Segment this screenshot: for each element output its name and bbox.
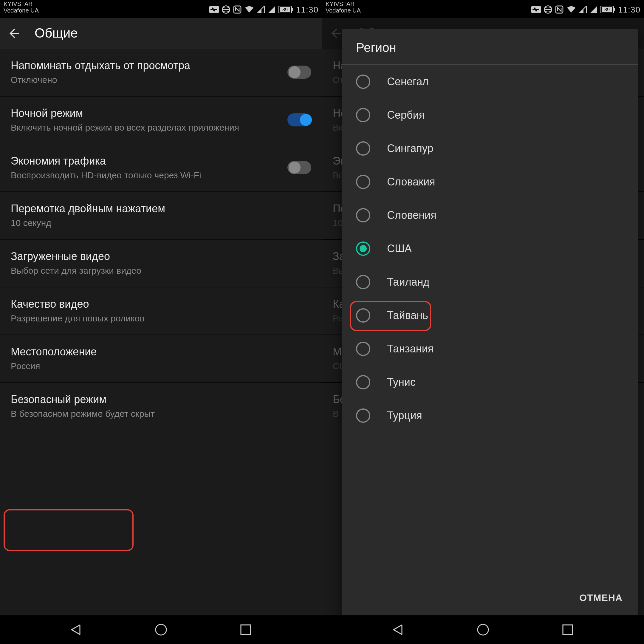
toggle-switch[interactable] (287, 66, 311, 79)
setting-location[interactable]: МестоположениеРоссия (0, 335, 322, 382)
region-option-taiwan[interactable]: Тайвань (342, 299, 638, 332)
clock: 11:30 (296, 5, 318, 14)
option-label: Тунис (387, 376, 416, 388)
setting-subtitle: В безопасном режиме будет скрыт (11, 408, 311, 420)
option-label: Турция (387, 409, 422, 422)
region-option-slovenia[interactable]: Словения (342, 199, 638, 232)
toggle-switch[interactable] (287, 113, 311, 126)
region-option-senegal[interactable]: Сенегал (342, 65, 638, 98)
carrier-labels: KYIVSTAR Vodafone UA (326, 1, 361, 14)
option-label: Сербия (387, 109, 425, 121)
dialog-actions: ОТМЕНА (342, 582, 638, 615)
setting-title: Качество видео (11, 297, 311, 311)
battery-text: 89 (283, 7, 288, 12)
region-options[interactable]: Сенегал Сербия Сингапур Словакия Словени… (342, 65, 638, 582)
region-option-tanzania[interactable]: Танзания (342, 332, 638, 366)
signal-2-icon (590, 6, 598, 13)
region-option-singapore[interactable]: Сингапур (342, 132, 638, 165)
battery-icon: 89 (601, 6, 615, 13)
nav-home-button[interactable] (475, 621, 491, 638)
nav-home-button[interactable] (153, 621, 169, 638)
signal-2-icon (268, 6, 276, 13)
wifi-icon (567, 6, 576, 13)
radio-icon (356, 408, 370, 423)
svg-point-6 (156, 624, 166, 635)
region-option-tunisia[interactable]: Тунис (342, 366, 638, 399)
option-label: Танзания (387, 343, 434, 355)
setting-downloaded-video[interactable]: Загруженные видеоВыбор сети для загрузки… (0, 239, 322, 287)
globe-icon (222, 5, 230, 14)
region-dialog: Регион Сенегал Сербия Сингапур Словакия … (342, 29, 638, 615)
nav-recent-button[interactable] (559, 621, 576, 638)
radio-icon (356, 141, 370, 156)
radio-icon (356, 108, 370, 122)
radio-icon (356, 241, 370, 256)
setting-doubletap-seek[interactable]: Перемотка двойным нажатием10 секунд (0, 191, 322, 239)
carrier-1: KYIVSTAR (4, 1, 39, 7)
clock: 11:30 (618, 5, 640, 14)
option-label: Таиланд (387, 276, 429, 288)
toggle-switch[interactable] (287, 161, 311, 174)
heartbeat-icon (210, 6, 219, 13)
setting-title: Безопасный режим (11, 392, 311, 407)
nav-back-button[interactable] (390, 621, 407, 638)
heartbeat-icon (532, 6, 541, 13)
region-option-usa[interactable]: США (342, 232, 638, 265)
svg-point-15 (478, 624, 488, 635)
setting-subtitle: Отключено (11, 74, 279, 86)
setting-subtitle: 10 секунд (11, 217, 311, 229)
nfc-icon (233, 5, 242, 14)
battery-icon: 89 (279, 6, 293, 13)
dialog-title: Регион (342, 29, 638, 64)
radio-icon (356, 308, 370, 323)
region-option-serbia[interactable]: Сербия (342, 98, 638, 132)
setting-night-mode[interactable]: Ночной режимВключить ночной режим во все… (0, 96, 322, 144)
setting-subtitle: Выбор сети для загрузки видео (11, 265, 311, 277)
setting-data-saver[interactable]: Экономия трафикаВоспроизводить HD-видео … (0, 144, 322, 191)
option-label: Словакия (387, 176, 435, 188)
carrier-1: KYIVSTAR (326, 1, 361, 7)
back-arrow-icon[interactable] (7, 26, 21, 41)
setting-title: Ночной режим (11, 106, 279, 120)
setting-safe-mode[interactable]: Безопасный режимВ безопасном режиме буде… (0, 382, 322, 430)
option-label: Тайвань (387, 309, 428, 322)
cancel-button[interactable]: ОТМЕНА (572, 588, 630, 608)
signal-1-icon (579, 6, 587, 13)
radio-icon (356, 75, 370, 89)
status-indicators: 89 11:30 (210, 1, 318, 18)
nfc-icon (555, 5, 564, 14)
globe-icon (544, 5, 552, 14)
phone-left: KYIVSTAR Vodafone UA 89 11:30 Общие (0, 0, 322, 644)
carrier-labels: KYIVSTAR Vodafone UA (4, 1, 39, 14)
setting-subtitle: Включить ночной режим во всех разделах п… (11, 122, 279, 134)
nav-back-button[interactable] (68, 621, 85, 638)
radio-icon (356, 208, 370, 222)
option-label: Сингапур (387, 142, 433, 155)
setting-subtitle: Разрешение для новых роликов (11, 312, 311, 324)
nav-recent-button[interactable] (237, 621, 254, 638)
carrier-2: Vodafone UA (4, 7, 39, 14)
signal-1-icon (257, 6, 265, 13)
radio-icon (356, 275, 370, 289)
setting-title: Напоминать отдыхать от просмотра (11, 58, 279, 73)
nav-bar (322, 615, 644, 644)
region-option-slovakia[interactable]: Словакия (342, 165, 638, 199)
setting-remind-break[interactable]: Напоминать отдыхать от просмотраОтключен… (0, 49, 322, 96)
svg-rect-7 (241, 625, 250, 634)
setting-video-quality[interactable]: Качество видеоРазрешение для новых ролик… (0, 287, 322, 335)
option-label: Сенегал (387, 75, 428, 88)
svg-rect-16 (563, 625, 572, 634)
option-label: Словения (387, 209, 436, 222)
svg-text:89: 89 (605, 7, 610, 12)
status-bar: KYIVSTAR Vodafone UA 89 11:30 (0, 0, 322, 18)
phone-right: KYIVSTAR Vodafone UA 89 11:30 Общие (322, 0, 644, 644)
battery-indicator: 89 (601, 6, 615, 13)
region-option-thailand[interactable]: Таиланд (342, 265, 638, 299)
region-option-turkey[interactable]: Турция (342, 399, 638, 432)
setting-title: Экономия трафика (11, 154, 279, 168)
status-indicators: 89 11:30 (532, 1, 640, 18)
setting-title: Перемотка двойным нажатием (11, 202, 311, 216)
back-arrow-icon (329, 26, 343, 41)
setting-title: Загруженные видео (11, 249, 311, 264)
nav-bar (0, 615, 322, 644)
